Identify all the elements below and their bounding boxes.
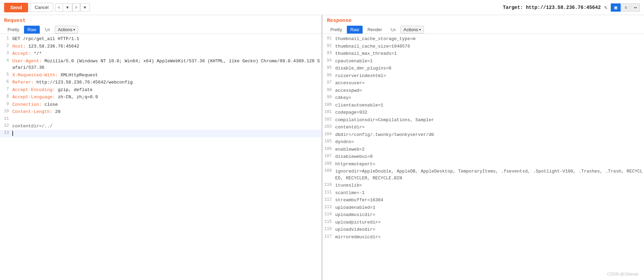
line-number: 104 xyxy=(323,131,335,137)
line-number: 108 xyxy=(323,161,335,166)
response-tab-newline[interactable]: \n xyxy=(387,26,399,34)
toolbar-left: Send Cancel < ▼ > ▼ xyxy=(4,3,90,12)
line-number: 95 xyxy=(323,65,335,70)
response-line: 91thumbnail_cache_storage_type=m xyxy=(323,35,644,43)
line-number: 111 xyxy=(323,190,335,195)
line-content: codepage=932 xyxy=(335,109,644,116)
response-line: 114uploadmusicdir= xyxy=(323,211,644,219)
request-line: 10Content-Length: 20 xyxy=(0,108,321,116)
target-label: Target: http://123.58.236.76:45642 xyxy=(503,5,601,10)
line-content: User-Agent: Mozilla/5.0 (Windows NT 10.0… xyxy=(12,58,321,71)
line-number: 105 xyxy=(323,139,335,144)
request-panel: Request Pretty Raw \n Actions ▾ 1GET /rp… xyxy=(0,15,321,280)
line-content: disablewebui=0 xyxy=(335,153,644,160)
line-number: 116 xyxy=(323,226,335,231)
send-button[interactable]: Send xyxy=(4,3,28,12)
line-number: 113 xyxy=(323,204,335,209)
nav-prev-button[interactable]: < xyxy=(55,3,63,12)
line-number: 13 xyxy=(0,130,12,135)
line-number: 117 xyxy=(323,234,335,239)
line-content: X-Requested-With: XMLHttpRequest xyxy=(12,72,321,79)
view-vertical-button[interactable]: ▪▪ xyxy=(631,3,640,12)
view-horizontal-button[interactable]: ≡ xyxy=(621,3,630,12)
view-split-button[interactable]: ▣ xyxy=(611,3,621,12)
line-content: uploadmusicdir= xyxy=(335,212,644,218)
request-tab-newline[interactable]: \n xyxy=(41,26,53,34)
line-content: uploadvideodir= xyxy=(335,226,644,233)
request-tab-pretty[interactable]: Pretty xyxy=(4,26,23,34)
line-content: GET /rpc/get_all HTTP/1.1 xyxy=(12,36,321,42)
request-content[interactable]: 1GET /rpc/get_all HTTP/1.12Host: 123.58.… xyxy=(0,34,321,280)
toolbar-right: Target: http://123.58.236.76:45642 ✎ ▣ ≡… xyxy=(503,3,640,12)
line-content: thumbnail_max_threads=1 xyxy=(335,50,644,57)
request-line: 2Host: 123.58.236.76:45642 xyxy=(0,43,321,50)
request-line: 8Accept-Language: zh-CN, zh;q=0.9 xyxy=(0,93,321,101)
line-number: 10 xyxy=(0,109,12,114)
line-number: 8 xyxy=(0,94,12,99)
response-line: 92thumbnail_cache_size=1048576 xyxy=(323,43,644,50)
nav-next-button[interactable]: > xyxy=(72,3,80,12)
response-header: Response Pretty Raw Render \n Actions ▾ xyxy=(323,15,644,34)
response-tab-raw[interactable]: Raw xyxy=(347,26,363,34)
nav-prev-drop-button[interactable]: ▼ xyxy=(63,3,72,12)
line-content: ignoredir=AppleDouble, AppleDB, AppleDes… xyxy=(335,168,644,181)
response-line: 106enableweb=2 xyxy=(323,146,644,153)
response-line: 101codepage=932 xyxy=(323,109,644,116)
line-content: thumbnail_cache_size=1048576 xyxy=(335,43,644,50)
response-tab-pretty[interactable]: Pretty xyxy=(327,26,345,34)
request-line: 1GET /rpc/get_all HTTP/1.1 xyxy=(0,35,321,43)
response-tab-render[interactable]: Render xyxy=(364,26,386,34)
line-content: Content-Length: 20 xyxy=(12,109,321,115)
line-content: uploadenabled=1 xyxy=(335,204,644,211)
request-tab-raw[interactable]: Raw xyxy=(24,26,40,34)
response-content[interactable]: 91thumbnail_cache_storage_type=m92thumbn… xyxy=(323,34,644,280)
line-content: ruiserverindexhtml= xyxy=(335,73,644,79)
request-line: 11 xyxy=(0,116,321,123)
edit-icon[interactable]: ✎ xyxy=(604,4,608,11)
response-line: 109ignoredir=AppleDouble, AppleDB, Apple… xyxy=(323,168,644,182)
request-line: 6Referer: http://123.58.236.76:45642/web… xyxy=(0,79,321,86)
line-content: accesspwd= xyxy=(335,87,644,94)
request-line: 7Accept-Encoding: gzip, deflate xyxy=(0,86,321,94)
request-line: 9Connection: close xyxy=(0,101,321,109)
response-line: 95disable_dmr_plugins=0 xyxy=(323,65,644,72)
response-line: 102compilationsdir=Compilations, Sampler xyxy=(323,116,644,124)
line-content: mirroredmusicdir= xyxy=(335,234,644,241)
request-line: 12contentdir=/../ xyxy=(0,123,321,130)
line-number: 5 xyxy=(0,72,12,77)
nav-next-drop-button[interactable]: ▼ xyxy=(80,3,90,12)
line-number: 94 xyxy=(323,58,335,63)
line-number: 112 xyxy=(323,197,335,202)
response-line: 104dbdir=/config/.twonky/twonkyserver/db xyxy=(323,131,644,139)
line-content: Accept-Encoding: gzip, deflate xyxy=(12,87,321,93)
request-actions-chevron: ▾ xyxy=(73,28,75,31)
line-number: 3 xyxy=(0,50,12,55)
line-content: streambuffer=16384 xyxy=(335,197,644,204)
response-line: 115uploadpicturedir= xyxy=(323,219,644,226)
line-content: contentdir= xyxy=(335,124,644,131)
line-number: 99 xyxy=(323,94,335,100)
request-actions-button[interactable]: Actions ▾ xyxy=(55,26,78,34)
line-content: disable_dmr_plugins=0 xyxy=(335,65,644,72)
response-tab-bar: Pretty Raw Render \n Actions ▾ xyxy=(327,26,640,34)
line-content: cpautoenable=1 xyxy=(335,58,644,65)
line-number: 98 xyxy=(323,87,335,92)
line-content: Accept-Language: zh-CN, zh;q=0.9 xyxy=(12,94,321,101)
line-number: 93 xyxy=(323,50,335,55)
nav-group: < ▼ > ▼ xyxy=(55,3,90,12)
request-line: 5X-Requested-With: XMLHttpRequest xyxy=(0,72,321,79)
response-line: 111scantime=-1 xyxy=(323,189,644,197)
response-line: 108httpremoteport= xyxy=(323,161,644,168)
response-line: 97accessuser= xyxy=(323,79,644,87)
line-number: 102 xyxy=(323,117,335,122)
line-number: 4 xyxy=(0,58,12,63)
line-number: 2 xyxy=(0,43,12,48)
response-title: Response xyxy=(327,18,640,24)
line-content: ituneslib= xyxy=(335,182,644,189)
line-number: 92 xyxy=(323,43,335,48)
response-actions-button[interactable]: Actions ▾ xyxy=(400,26,424,34)
cancel-button[interactable]: Cancel xyxy=(30,3,53,12)
request-line: 4User-Agent: Mozilla/5.0 (Windows NT 10.… xyxy=(0,58,321,72)
line-number: 9 xyxy=(0,101,12,106)
line-number: 114 xyxy=(323,212,335,217)
